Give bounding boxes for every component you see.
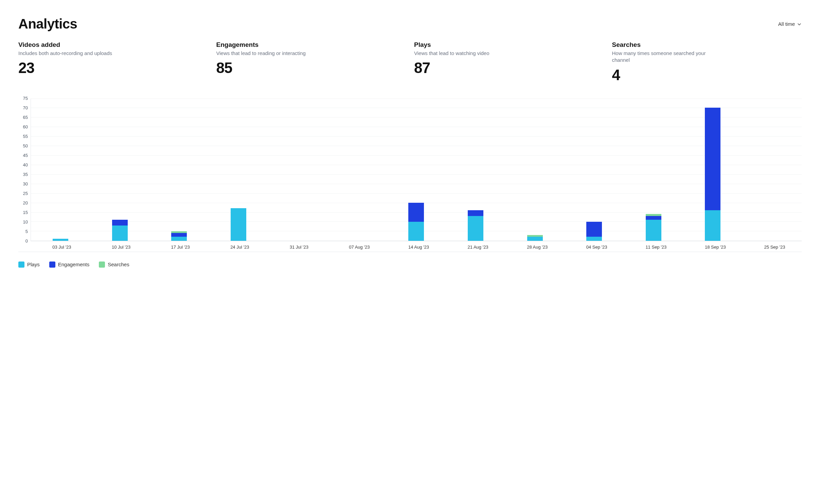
x-tick-label: 03 Jul '23	[52, 245, 68, 250]
stat-videos-added: Videos added Includes both auto-recordin…	[18, 41, 208, 84]
legend-label: Searches	[108, 262, 129, 267]
stat-value: 87	[414, 59, 604, 76]
stat-value: 4	[612, 67, 802, 84]
chart-container: 757065605550454035302520151050 03 Jul '2…	[18, 97, 802, 252]
chart-bar	[527, 235, 543, 241]
legend-item-engagements: Engagements	[49, 262, 90, 268]
chart-bar-segment-plays	[53, 239, 68, 241]
chart-bar-segment-plays	[171, 237, 187, 240]
x-tick-label: 25 Sep '23	[764, 245, 780, 250]
chart-bar	[586, 222, 602, 241]
chart-bar	[53, 239, 68, 241]
chart-bar-segment-engagements	[586, 222, 602, 237]
page-header: Analytics All time	[18, 16, 802, 32]
chart-bar-segment-engagements	[408, 203, 424, 222]
chart-bar	[408, 203, 424, 241]
chart-bar-segment-plays	[705, 210, 720, 241]
legend-label: Engagements	[58, 262, 90, 267]
swatch-engagements-icon	[49, 262, 55, 268]
stat-value: 85	[216, 59, 406, 76]
chart-bar	[646, 214, 661, 240]
chart-y-axis: 757065605550454035302520151050	[18, 98, 31, 241]
chart-bar-segment-engagements	[112, 220, 128, 226]
chart-bar	[468, 210, 483, 241]
x-tick-label: 10 Jul '23	[112, 245, 127, 250]
x-tick-label: 21 Aug '23	[468, 245, 483, 250]
stat-subtitle: Views that lead to reading or interactin…	[216, 50, 318, 57]
stat-title: Videos added	[18, 41, 208, 49]
chevron-down-icon	[797, 22, 802, 26]
stats-row: Videos added Includes both auto-recordin…	[18, 41, 802, 84]
chart-bar-segment-plays	[586, 237, 602, 240]
chart-bar-segment-plays	[112, 226, 128, 241]
chart-bar-segment-plays	[527, 237, 543, 240]
x-tick-label: 24 Jul '23	[230, 245, 246, 250]
chart-plot-area	[31, 98, 802, 241]
swatch-searches-icon	[99, 262, 105, 268]
swatch-plays-icon	[18, 262, 24, 268]
legend-label: Plays	[27, 262, 40, 267]
chart-bar-segment-engagements	[171, 233, 187, 237]
chart-bar	[171, 231, 187, 241]
chart-bar	[705, 108, 720, 241]
x-tick-label: 18 Sep '23	[705, 245, 720, 250]
x-tick-label: 04 Sep '23	[586, 245, 602, 250]
chart-bar	[112, 220, 128, 241]
chart-legend: Plays Engagements Searches	[18, 262, 802, 268]
stat-title: Engagements	[216, 41, 406, 49]
stat-title: Searches	[612, 41, 802, 49]
x-tick-label: 14 Aug '23	[408, 245, 424, 250]
stat-engagements: Engagements Views that lead to reading o…	[216, 41, 406, 84]
chart-bar-segment-plays	[408, 222, 424, 241]
stat-subtitle: How many times someone searched your cha…	[612, 50, 714, 64]
chart-bar-segment-plays	[468, 216, 483, 241]
chart-bars	[31, 98, 802, 241]
chart-bar-segment-engagements	[646, 216, 661, 220]
stat-subtitle: Views that lead to watching video	[414, 50, 516, 57]
chart-x-axis: 03 Jul '2310 Jul '2317 Jul '2324 Jul '23…	[18, 245, 802, 252]
time-range-label: All time	[778, 21, 795, 27]
chart-bar-segment-plays	[646, 220, 661, 241]
chart-bar-segment-engagements	[468, 210, 483, 216]
x-tick-label: 11 Sep '23	[645, 245, 661, 250]
stat-searches: Searches How many times someone searched…	[612, 41, 802, 84]
stat-plays: Plays Views that lead to watching video …	[414, 41, 604, 84]
time-range-selector[interactable]: All time	[778, 21, 802, 27]
x-tick-label: 07 Aug '23	[349, 245, 364, 250]
page-title: Analytics	[18, 16, 77, 32]
legend-item-plays: Plays	[18, 262, 40, 268]
legend-item-searches: Searches	[99, 262, 129, 268]
chart-bar-segment-plays	[231, 208, 246, 240]
stat-value: 23	[18, 59, 208, 76]
x-tick-label: 28 Aug '23	[527, 245, 542, 250]
x-tick-label: 31 Jul '23	[290, 245, 305, 250]
chart-bar	[231, 208, 246, 240]
stat-title: Plays	[414, 41, 604, 49]
chart-bar-segment-engagements	[705, 108, 720, 210]
stat-subtitle: Includes both auto-recording and uploads	[18, 50, 120, 57]
x-tick-label: 17 Jul '23	[171, 245, 187, 250]
